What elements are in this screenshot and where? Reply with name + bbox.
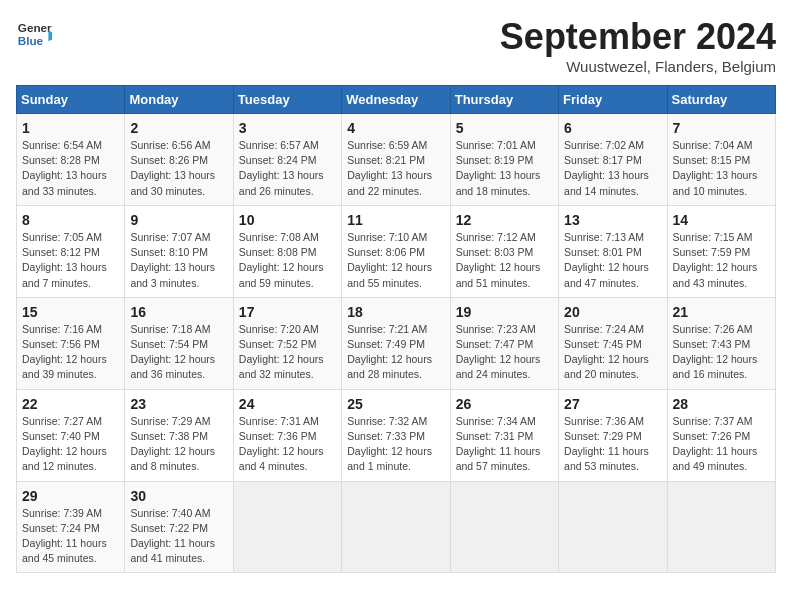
- day-info: Sunrise: 7:15 AM Sunset: 7:59 PM Dayligh…: [673, 230, 770, 291]
- logo-icon: General Blue: [16, 16, 52, 56]
- day-number: 24: [239, 396, 336, 412]
- day-number: 25: [347, 396, 444, 412]
- day-number: 3: [239, 120, 336, 136]
- logo: General Blue: [16, 16, 52, 56]
- day-number: 27: [564, 396, 661, 412]
- weekday-header-wednesday: Wednesday: [342, 86, 450, 114]
- location-subtitle: Wuustwezel, Flanders, Belgium: [500, 58, 776, 75]
- day-info: Sunrise: 7:27 AM Sunset: 7:40 PM Dayligh…: [22, 414, 119, 475]
- day-info: Sunrise: 7:37 AM Sunset: 7:26 PM Dayligh…: [673, 414, 770, 475]
- day-info: Sunrise: 7:01 AM Sunset: 8:19 PM Dayligh…: [456, 138, 553, 199]
- calendar-cell: 22Sunrise: 7:27 AM Sunset: 7:40 PM Dayli…: [17, 389, 125, 481]
- day-info: Sunrise: 7:13 AM Sunset: 8:01 PM Dayligh…: [564, 230, 661, 291]
- calendar-cell: [450, 481, 558, 573]
- day-number: 10: [239, 212, 336, 228]
- day-info: Sunrise: 7:04 AM Sunset: 8:15 PM Dayligh…: [673, 138, 770, 199]
- calendar-week-5: 29Sunrise: 7:39 AM Sunset: 7:24 PM Dayli…: [17, 481, 776, 573]
- day-number: 26: [456, 396, 553, 412]
- day-info: Sunrise: 7:02 AM Sunset: 8:17 PM Dayligh…: [564, 138, 661, 199]
- calendar-cell: 4Sunrise: 6:59 AM Sunset: 8:21 PM Daylig…: [342, 114, 450, 206]
- day-number: 4: [347, 120, 444, 136]
- calendar-cell: 17Sunrise: 7:20 AM Sunset: 7:52 PM Dayli…: [233, 297, 341, 389]
- calendar-cell: 1Sunrise: 6:54 AM Sunset: 8:28 PM Daylig…: [17, 114, 125, 206]
- day-number: 8: [22, 212, 119, 228]
- calendar-week-2: 8Sunrise: 7:05 AM Sunset: 8:12 PM Daylig…: [17, 205, 776, 297]
- day-info: Sunrise: 7:26 AM Sunset: 7:43 PM Dayligh…: [673, 322, 770, 383]
- calendar-week-1: 1Sunrise: 6:54 AM Sunset: 8:28 PM Daylig…: [17, 114, 776, 206]
- svg-marker-2: [48, 30, 52, 41]
- day-number: 21: [673, 304, 770, 320]
- calendar-cell: 12Sunrise: 7:12 AM Sunset: 8:03 PM Dayli…: [450, 205, 558, 297]
- calendar-cell: [667, 481, 775, 573]
- day-info: Sunrise: 7:10 AM Sunset: 8:06 PM Dayligh…: [347, 230, 444, 291]
- calendar-cell: 10Sunrise: 7:08 AM Sunset: 8:08 PM Dayli…: [233, 205, 341, 297]
- day-number: 16: [130, 304, 227, 320]
- day-number: 15: [22, 304, 119, 320]
- calendar-cell: 26Sunrise: 7:34 AM Sunset: 7:31 PM Dayli…: [450, 389, 558, 481]
- day-number: 29: [22, 488, 119, 504]
- calendar-cell: 16Sunrise: 7:18 AM Sunset: 7:54 PM Dayli…: [125, 297, 233, 389]
- day-number: 23: [130, 396, 227, 412]
- day-info: Sunrise: 7:39 AM Sunset: 7:24 PM Dayligh…: [22, 506, 119, 567]
- day-info: Sunrise: 7:32 AM Sunset: 7:33 PM Dayligh…: [347, 414, 444, 475]
- day-number: 12: [456, 212, 553, 228]
- calendar-cell: 14Sunrise: 7:15 AM Sunset: 7:59 PM Dayli…: [667, 205, 775, 297]
- calendar-week-4: 22Sunrise: 7:27 AM Sunset: 7:40 PM Dayli…: [17, 389, 776, 481]
- calendar-cell: [342, 481, 450, 573]
- day-number: 14: [673, 212, 770, 228]
- calendar-cell: 9Sunrise: 7:07 AM Sunset: 8:10 PM Daylig…: [125, 205, 233, 297]
- day-info: Sunrise: 7:08 AM Sunset: 8:08 PM Dayligh…: [239, 230, 336, 291]
- calendar-cell: 24Sunrise: 7:31 AM Sunset: 7:36 PM Dayli…: [233, 389, 341, 481]
- day-number: 5: [456, 120, 553, 136]
- calendar-cell: 19Sunrise: 7:23 AM Sunset: 7:47 PM Dayli…: [450, 297, 558, 389]
- day-number: 7: [673, 120, 770, 136]
- day-info: Sunrise: 7:07 AM Sunset: 8:10 PM Dayligh…: [130, 230, 227, 291]
- calendar-cell: 6Sunrise: 7:02 AM Sunset: 8:17 PM Daylig…: [559, 114, 667, 206]
- weekday-header-thursday: Thursday: [450, 86, 558, 114]
- calendar-cell: 15Sunrise: 7:16 AM Sunset: 7:56 PM Dayli…: [17, 297, 125, 389]
- day-info: Sunrise: 7:18 AM Sunset: 7:54 PM Dayligh…: [130, 322, 227, 383]
- day-number: 13: [564, 212, 661, 228]
- calendar-cell: 18Sunrise: 7:21 AM Sunset: 7:49 PM Dayli…: [342, 297, 450, 389]
- weekday-header-saturday: Saturday: [667, 86, 775, 114]
- day-info: Sunrise: 6:59 AM Sunset: 8:21 PM Dayligh…: [347, 138, 444, 199]
- day-info: Sunrise: 7:20 AM Sunset: 7:52 PM Dayligh…: [239, 322, 336, 383]
- weekday-header-friday: Friday: [559, 86, 667, 114]
- day-number: 1: [22, 120, 119, 136]
- day-info: Sunrise: 7:29 AM Sunset: 7:38 PM Dayligh…: [130, 414, 227, 475]
- calendar-cell: 29Sunrise: 7:39 AM Sunset: 7:24 PM Dayli…: [17, 481, 125, 573]
- day-number: 17: [239, 304, 336, 320]
- day-info: Sunrise: 7:40 AM Sunset: 7:22 PM Dayligh…: [130, 506, 227, 567]
- calendar-cell: 2Sunrise: 6:56 AM Sunset: 8:26 PM Daylig…: [125, 114, 233, 206]
- day-number: 28: [673, 396, 770, 412]
- calendar-cell: 27Sunrise: 7:36 AM Sunset: 7:29 PM Dayli…: [559, 389, 667, 481]
- weekday-header-monday: Monday: [125, 86, 233, 114]
- weekday-header-tuesday: Tuesday: [233, 86, 341, 114]
- calendar-cell: 5Sunrise: 7:01 AM Sunset: 8:19 PM Daylig…: [450, 114, 558, 206]
- day-info: Sunrise: 7:34 AM Sunset: 7:31 PM Dayligh…: [456, 414, 553, 475]
- calendar-cell: 21Sunrise: 7:26 AM Sunset: 7:43 PM Dayli…: [667, 297, 775, 389]
- calendar-cell: 8Sunrise: 7:05 AM Sunset: 8:12 PM Daylig…: [17, 205, 125, 297]
- svg-text:Blue: Blue: [18, 34, 44, 47]
- day-number: 30: [130, 488, 227, 504]
- day-number: 11: [347, 212, 444, 228]
- calendar-cell: 7Sunrise: 7:04 AM Sunset: 8:15 PM Daylig…: [667, 114, 775, 206]
- title-area: September 2024 Wuustwezel, Flanders, Bel…: [500, 16, 776, 75]
- day-info: Sunrise: 7:24 AM Sunset: 7:45 PM Dayligh…: [564, 322, 661, 383]
- day-info: Sunrise: 7:36 AM Sunset: 7:29 PM Dayligh…: [564, 414, 661, 475]
- weekday-header-sunday: Sunday: [17, 86, 125, 114]
- calendar-cell: 3Sunrise: 6:57 AM Sunset: 8:24 PM Daylig…: [233, 114, 341, 206]
- day-number: 2: [130, 120, 227, 136]
- calendar-table: SundayMondayTuesdayWednesdayThursdayFrid…: [16, 85, 776, 573]
- day-info: Sunrise: 6:56 AM Sunset: 8:26 PM Dayligh…: [130, 138, 227, 199]
- page-header: General Blue September 2024 Wuustwezel, …: [16, 16, 776, 75]
- calendar-cell: 11Sunrise: 7:10 AM Sunset: 8:06 PM Dayli…: [342, 205, 450, 297]
- calendar-cell: [559, 481, 667, 573]
- calendar-week-3: 15Sunrise: 7:16 AM Sunset: 7:56 PM Dayli…: [17, 297, 776, 389]
- day-info: Sunrise: 7:12 AM Sunset: 8:03 PM Dayligh…: [456, 230, 553, 291]
- calendar-cell: 20Sunrise: 7:24 AM Sunset: 7:45 PM Dayli…: [559, 297, 667, 389]
- calendar-cell: [233, 481, 341, 573]
- day-info: Sunrise: 7:21 AM Sunset: 7:49 PM Dayligh…: [347, 322, 444, 383]
- day-info: Sunrise: 6:57 AM Sunset: 8:24 PM Dayligh…: [239, 138, 336, 199]
- day-number: 18: [347, 304, 444, 320]
